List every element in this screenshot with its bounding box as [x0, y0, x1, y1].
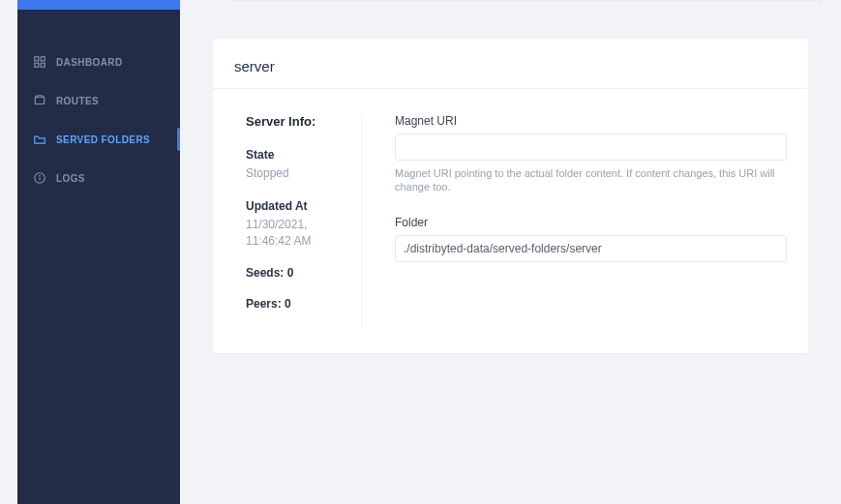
updated-label: Updated At — [246, 199, 344, 213]
updated-block: Updated At 11/30/2021, 11:46:42 AM — [246, 199, 344, 250]
sidebar-item-label: DASHBOARD — [56, 57, 123, 68]
page-title: server — [213, 39, 808, 89]
folder-label: Folder — [395, 216, 787, 229]
folder-field: Folder — [395, 216, 787, 262]
magnet-label: Magnet URI — [395, 114, 787, 128]
svg-rect-0 — [35, 57, 39, 61]
folder-input[interactable] — [395, 235, 787, 262]
sidebar-item-logs[interactable]: LOGS — [17, 159, 180, 197]
magnet-field: Magnet URI Magnet URI pointing to the ac… — [395, 114, 787, 194]
magnet-input[interactable] — [395, 133, 787, 161]
sidebar-item-label: ROUTES — [56, 96, 99, 106]
magnet-help: Magnet URI pointing to the actual folder… — [395, 166, 787, 194]
sidebar-item-label: LOGS — [56, 173, 85, 184]
main-content: server Server Info: State Stopped Update… — [180, 0, 841, 504]
sidebar-item-served-folders[interactable]: SERVED FOLDERS — [17, 120, 180, 159]
seeds-label: Seeds: — [246, 266, 284, 280]
svg-point-7 — [40, 175, 41, 176]
peers-block: Peers: 0 — [246, 297, 344, 311]
state-value: Stopped — [246, 165, 344, 182]
svg-rect-2 — [35, 63, 39, 67]
dashboard-icon — [33, 55, 46, 69]
sidebar-accent-bar — [17, 0, 180, 10]
sidebar: DASHBOARD ROUTES SERVED FOLDERS LOGS — [17, 0, 180, 504]
server-card: server Server Info: State Stopped Update… — [213, 39, 808, 353]
sidebar-item-label: SERVED FOLDERS — [56, 134, 150, 145]
server-form-panel: Magnet URI Magnet URI pointing to the ac… — [362, 114, 787, 328]
state-block: State Stopped — [246, 148, 344, 182]
sidebar-item-routes[interactable]: ROUTES — [17, 81, 180, 120]
sidebar-nav: DASHBOARD ROUTES SERVED FOLDERS LOGS — [17, 10, 180, 197]
seeds-value: 0 — [287, 266, 294, 280]
svg-rect-4 — [35, 98, 44, 104]
svg-rect-1 — [41, 57, 45, 61]
server-info-heading: Server Info: — [246, 114, 344, 129]
state-label: State — [246, 148, 344, 162]
info-icon — [33, 171, 46, 185]
peers-value: 0 — [285, 297, 291, 311]
sidebar-item-dashboard[interactable]: DASHBOARD — [17, 43, 180, 81]
top-divider — [232, 0, 822, 6]
peers-label: Peers: — [246, 297, 282, 311]
updated-value: 11/30/2021, 11:46:42 AM — [246, 217, 344, 250]
routes-icon — [33, 94, 46, 107]
svg-rect-3 — [41, 63, 45, 67]
server-info-panel: Server Info: State Stopped Updated At 11… — [246, 114, 362, 328]
folder-icon — [33, 133, 46, 146]
seeds-block: Seeds: 0 — [246, 266, 344, 280]
